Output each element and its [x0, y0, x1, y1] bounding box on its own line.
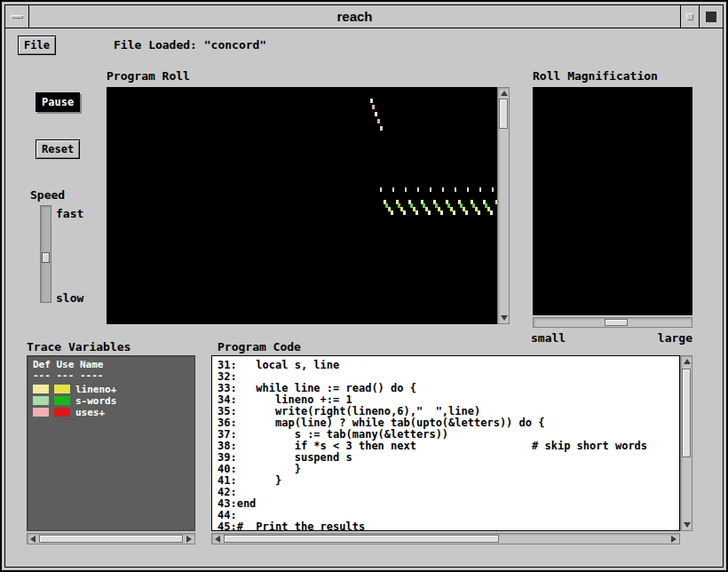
roll-mark — [455, 187, 456, 192]
file-menu-button[interactable]: File — [18, 36, 56, 55]
roll-mark — [415, 211, 418, 215]
program-roll-canvas — [107, 87, 497, 324]
roll-mark — [380, 187, 382, 192]
use-color-swatch — [54, 408, 70, 417]
roll-magnification-label: Roll Magnification — [533, 69, 658, 83]
speed-slider-thumb[interactable] — [42, 252, 50, 263]
scroll-right-arrow[interactable] — [186, 536, 192, 543]
scroll-right-arrow[interactable] — [671, 536, 677, 543]
maximize-icon — [706, 12, 716, 22]
scroll-left-arrow[interactable] — [30, 536, 36, 543]
pause-button[interactable]: Pause — [36, 92, 80, 112]
roll-mark — [428, 211, 431, 215]
roll-mark — [442, 187, 444, 192]
program-code-label: Program Code — [218, 340, 301, 354]
trace-variable-row[interactable]: s-words — [28, 395, 194, 407]
trace-variables-header: Def Use Name--- --- ---- — [28, 356, 194, 381]
window-menu-icon — [11, 15, 23, 19]
roll-mark — [372, 105, 375, 109]
trace-variable-name: lineno+ — [75, 384, 116, 395]
roll-mark — [380, 126, 383, 131]
program-code-text: 31: local s, line 32: 33: while line := … — [212, 356, 679, 533]
roll-mark — [467, 187, 469, 192]
roll-mark — [391, 211, 393, 215]
fast-label: fast — [56, 207, 83, 220]
trace-variable-row[interactable]: uses+ — [28, 407, 194, 418]
speed-label: Speed — [30, 188, 65, 202]
scroll-down-arrow[interactable] — [501, 315, 508, 321]
use-color-swatch — [54, 396, 70, 405]
program-roll-scrollbar[interactable] — [497, 87, 510, 324]
reset-button[interactable]: Reset — [36, 139, 80, 159]
roll-mark — [377, 119, 380, 123]
roll-mark — [492, 187, 494, 192]
roll-mark — [417, 187, 419, 192]
roll-mark — [403, 211, 406, 215]
roll-mark — [440, 211, 443, 215]
trace-variables-panel: Def Use Name--- --- ---- lineno+s-wordsu… — [27, 355, 195, 531]
trace-variable-name: s-words — [75, 395, 116, 407]
roll-mark — [430, 187, 431, 192]
file-loaded-status: File Loaded: "concord" — [114, 38, 266, 52]
maximize-button[interactable] — [699, 5, 723, 28]
trace-header-underline: --- --- ---- — [33, 369, 103, 381]
roll-mark — [490, 211, 493, 215]
def-color-swatch — [33, 396, 49, 405]
program-roll-label: Program Roll — [107, 69, 190, 83]
roll-mark — [392, 187, 394, 192]
scrollbar-thumb[interactable] — [224, 535, 499, 543]
scrollbar-thumb[interactable] — [499, 99, 508, 129]
trace-variables-rows: lineno+s-wordsuses+ — [28, 384, 194, 418]
minimize-button[interactable] — [680, 5, 699, 28]
program-code-hscrollbar[interactable] — [211, 533, 680, 544]
use-color-swatch — [54, 385, 70, 393]
roll-magnification-canvas — [533, 87, 692, 315]
program-code-area[interactable]: 31: local s, line 32: 33: while line := … — [211, 355, 680, 531]
window-title: reach — [29, 5, 680, 28]
roll-mark — [478, 211, 480, 215]
roll-mark — [405, 187, 407, 192]
scroll-up-arrow[interactable] — [501, 91, 508, 96]
def-color-swatch — [33, 408, 49, 417]
slow-label: slow — [56, 291, 83, 305]
trace-variable-row[interactable]: lineno+ — [28, 384, 194, 395]
program-code-vscrollbar[interactable] — [680, 355, 692, 531]
speed-slider[interactable] — [40, 205, 51, 303]
titlebar[interactable]: reach — [5, 5, 723, 28]
trace-variable-name: uses+ — [75, 407, 105, 418]
trace-variables-scrollbar[interactable] — [27, 533, 195, 544]
roll-mark — [370, 99, 373, 103]
scroll-left-arrow[interactable] — [215, 536, 220, 543]
roll-mark — [453, 211, 455, 215]
window-menu-button[interactable] — [5, 5, 29, 28]
def-color-swatch — [33, 385, 49, 393]
scroll-down-arrow[interactable] — [684, 522, 691, 528]
roll-mark — [465, 211, 468, 215]
large-label: large — [533, 331, 692, 345]
magnification-scrollbar[interactable] — [533, 317, 692, 328]
scrollbar-thumb[interactable] — [39, 535, 183, 543]
roll-mark — [479, 187, 481, 192]
trace-variables-label: Trace Variables — [27, 340, 131, 354]
roll-mark — [375, 112, 377, 116]
minimize-icon — [686, 13, 693, 20]
scrollbar-thumb[interactable] — [682, 369, 691, 457]
scrollbar-thumb[interactable] — [605, 319, 628, 326]
scroll-up-arrow[interactable] — [684, 359, 691, 364]
